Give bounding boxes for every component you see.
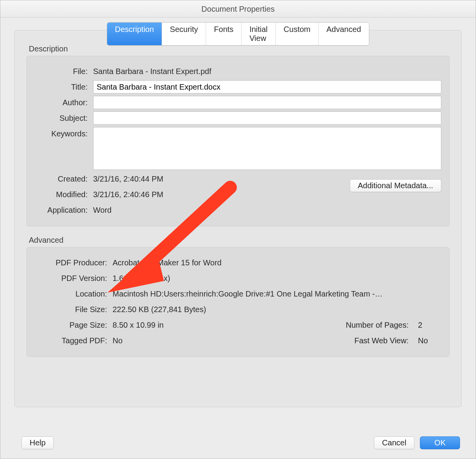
- keywords-input[interactable]: [93, 127, 441, 170]
- location-value: Macintosh HD:Users:rheinrich:Google Driv…: [113, 290, 441, 298]
- page-size-value: 8.50 x 10.99 in: [113, 321, 222, 330]
- num-pages-value: 2: [418, 321, 441, 330]
- file-value: Santa Barbara - Instant Expert.pdf: [93, 67, 441, 76]
- author-input[interactable]: [93, 96, 441, 109]
- fast-web-view-value: No: [418, 336, 441, 345]
- advanced-heading: Advanced: [29, 236, 450, 245]
- subject-input[interactable]: [93, 111, 441, 125]
- pdf-producer-label: PDF Producer:: [35, 258, 113, 267]
- tab-description[interactable]: Description: [107, 23, 162, 45]
- pdf-producer-value: Acrobat PDFMaker 15 for Word: [113, 258, 441, 267]
- file-size-label: File Size:: [35, 305, 113, 314]
- tab-bar: Description Security Fonts Initial View …: [107, 22, 369, 46]
- file-label: File:: [35, 67, 93, 76]
- file-size-value: 222.50 KB (227,841 Bytes): [113, 305, 441, 314]
- modified-label: Modified:: [35, 190, 93, 199]
- tagged-pdf-label: Tagged PDF:: [35, 336, 113, 345]
- pdf-version-label: PDF Version:: [35, 274, 113, 283]
- cancel-button[interactable]: Cancel: [374, 436, 414, 449]
- application-value: Word: [93, 206, 441, 215]
- advanced-group: Advanced PDF Producer: Acrobat PDFMaker …: [26, 236, 450, 357]
- document-properties-window: Document Properties Description Security…: [0, 0, 476, 459]
- location-label: Location:: [35, 290, 113, 298]
- num-pages-label: Number of Pages:: [332, 321, 418, 330]
- additional-metadata-button[interactable]: Additional Metadata...: [350, 179, 441, 192]
- tab-security[interactable]: Security: [162, 23, 206, 45]
- tagged-pdf-value: No: [113, 336, 222, 345]
- pdf-version-value: 1.6 (Acrobat 7.x): [113, 274, 441, 283]
- description-heading: Description: [29, 44, 450, 53]
- keywords-label: Keywords:: [35, 127, 93, 138]
- title-label: Title:: [35, 83, 93, 92]
- application-label: Application:: [35, 206, 93, 215]
- fast-web-view-label: Fast Web View:: [332, 336, 418, 345]
- description-group: Description File: Santa Barbara - Instan…: [26, 44, 450, 226]
- author-label: Author:: [35, 98, 93, 107]
- window-title: Document Properties: [0, 0, 476, 18]
- tab-initial-view[interactable]: Initial View: [242, 23, 276, 45]
- description-box: File: Santa Barbara - Instant Expert.pdf…: [26, 56, 450, 226]
- created-label: Created:: [35, 175, 93, 184]
- help-button[interactable]: Help: [21, 436, 54, 449]
- page-size-label: Page Size:: [35, 321, 113, 330]
- title-input[interactable]: [93, 80, 441, 94]
- subject-label: Subject:: [35, 114, 93, 123]
- advanced-box: PDF Producer: Acrobat PDFMaker 15 for Wo…: [26, 247, 450, 357]
- tab-fonts[interactable]: Fonts: [206, 23, 242, 45]
- ok-button[interactable]: OK: [420, 436, 460, 449]
- tab-advanced[interactable]: Advanced: [319, 23, 369, 45]
- tab-custom[interactable]: Custom: [276, 23, 319, 45]
- dialog-footer: Help Cancel OK: [0, 436, 476, 449]
- main-panel: Description File: Santa Barbara - Instan…: [14, 30, 462, 407]
